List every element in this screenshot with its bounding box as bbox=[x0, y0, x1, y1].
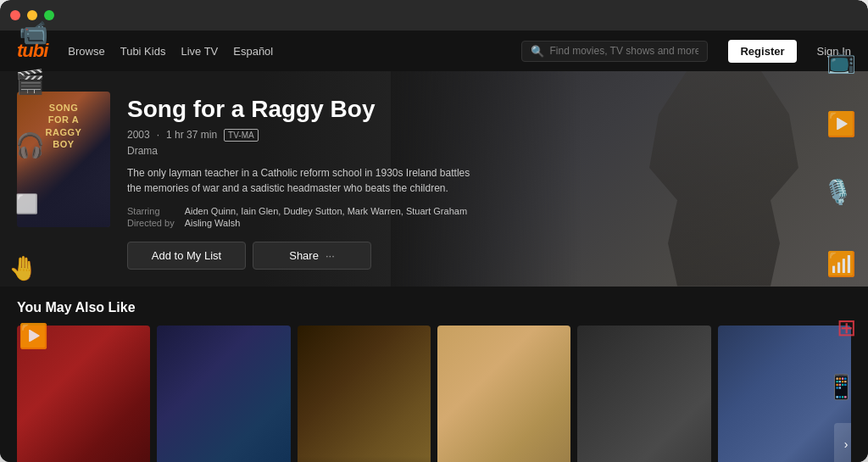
nav-espanol[interactable]: Español bbox=[233, 45, 273, 58]
nav-tubi-kids[interactable]: Tubi Kids bbox=[120, 45, 166, 58]
poster-text: SONG FOR A RAGGY BOY bbox=[46, 102, 82, 150]
directed-value: Aisling Walsh bbox=[185, 218, 851, 228]
meta-separator-1: · bbox=[157, 129, 159, 141]
movie-card-apostasy[interactable]: APOSTASY Apostasy TV-14 2017 · 1 hr 35 m… bbox=[437, 326, 570, 462]
starring-value: Aiden Quinn, Iain Glen, Dudley Sutton, M… bbox=[185, 206, 851, 216]
mic-icon: 🎙️ bbox=[823, 178, 853, 206]
movie-card-nude-nuns[interactable]: NUDENUNSWITHBIGGUNS Nude Nuns With Big G… bbox=[298, 326, 431, 462]
nav-browse[interactable]: Browse bbox=[68, 45, 104, 58]
nav-links: Browse Tubi Kids Live TV Español bbox=[68, 45, 273, 58]
headphones-icon: 🎧 bbox=[15, 131, 45, 159]
movie-duration: 1 hr 37 min bbox=[166, 129, 217, 141]
search-bar[interactable]: 🔍 bbox=[521, 41, 708, 62]
movie-genre: Drama bbox=[127, 145, 851, 157]
film-icon: 🎬 bbox=[15, 68, 45, 96]
hand-left-icon: 🤚 bbox=[8, 254, 38, 282]
movie-credits: Starring Aiden Quinn, Iain Glen, Dudley … bbox=[127, 206, 851, 228]
play-right-icon: ▶️ bbox=[826, 110, 856, 138]
thumb-revelation: THE BOOK OFREVELATION bbox=[157, 326, 290, 462]
add-to-list-button[interactable]: Add to My List bbox=[127, 242, 246, 270]
movie-meta: 2003 · 1 hr 37 min TV-MA bbox=[127, 129, 851, 142]
browser-window: 📹 🎬 🎧 ⬜ 🤚 ▶️ 📺 ▶️ 🎙️ 📶 ⊞ 📱 tubi Browse T… bbox=[0, 0, 868, 462]
main-content: SONG FOR A RAGGY BOY Song for a Raggy Bo… bbox=[0, 71, 868, 462]
movie-year: 2003 bbox=[127, 129, 150, 141]
scan-icon: ⬜ bbox=[15, 193, 38, 215]
share-dots-icon: ··· bbox=[326, 249, 335, 262]
share-label: Share bbox=[289, 249, 319, 262]
tubi-app: tubi Browse Tubi Kids Live TV Español 🔍 … bbox=[0, 31, 868, 462]
nav-live-tv[interactable]: Live TV bbox=[181, 45, 218, 58]
movie-title: Song for a Raggy Boy bbox=[127, 95, 851, 124]
starring-label: Starring bbox=[127, 206, 175, 216]
movie-card-rommel[interactable]: ROMMEL Rommel TV-14 2012 · 2 hr 3 min Fo… bbox=[577, 326, 710, 462]
movie-description: The only layman teacher in a Catholic re… bbox=[127, 165, 483, 196]
movie-card-revelation[interactable]: THE BOOK OFREVELATION The Book of Revela… bbox=[157, 326, 290, 462]
navbar: tubi Browse Tubi Kids Live TV Español 🔍 … bbox=[0, 31, 868, 71]
share-button[interactable]: Share ··· bbox=[253, 242, 371, 270]
thumb-rommel: ROMMEL bbox=[577, 326, 710, 462]
phone-icon: 📱 bbox=[826, 373, 856, 401]
hero-section: SONG FOR A RAGGY BOY Song for a Raggy Bo… bbox=[0, 71, 868, 287]
recommendations-title: You May Also Like bbox=[17, 300, 851, 315]
wifi-icon: 📶 bbox=[826, 250, 856, 278]
recommendations-section: You May Also Like HOUSEof BOYS House of … bbox=[0, 287, 868, 462]
search-input[interactable] bbox=[549, 45, 698, 57]
movies-row: HOUSEof BOYS House of Boys 2009 · 1 hr 5… bbox=[17, 326, 851, 462]
camera-icon: 📹 bbox=[19, 19, 48, 47]
register-button[interactable]: Register bbox=[728, 40, 796, 63]
play-left-icon: ▶️ bbox=[19, 322, 48, 350]
browser-chrome bbox=[0, 0, 868, 31]
thumb-label-nude: NUDENUNSWITHBIGGUNS bbox=[298, 456, 431, 462]
search-icon: 🔍 bbox=[531, 45, 544, 58]
grid-icon: ⊞ bbox=[837, 314, 856, 342]
tv-right-icon: 📺 bbox=[826, 47, 856, 75]
rating-badge: TV-MA bbox=[224, 129, 259, 142]
directed-label: Directed by bbox=[127, 218, 175, 228]
thumb-apostasy: APOSTASY bbox=[437, 326, 570, 462]
thumb-nude-nuns: NUDENUNSWITHBIGGUNS bbox=[298, 326, 431, 462]
poster-figure bbox=[17, 151, 110, 227]
carousel-next-button[interactable]: › bbox=[834, 423, 851, 462]
